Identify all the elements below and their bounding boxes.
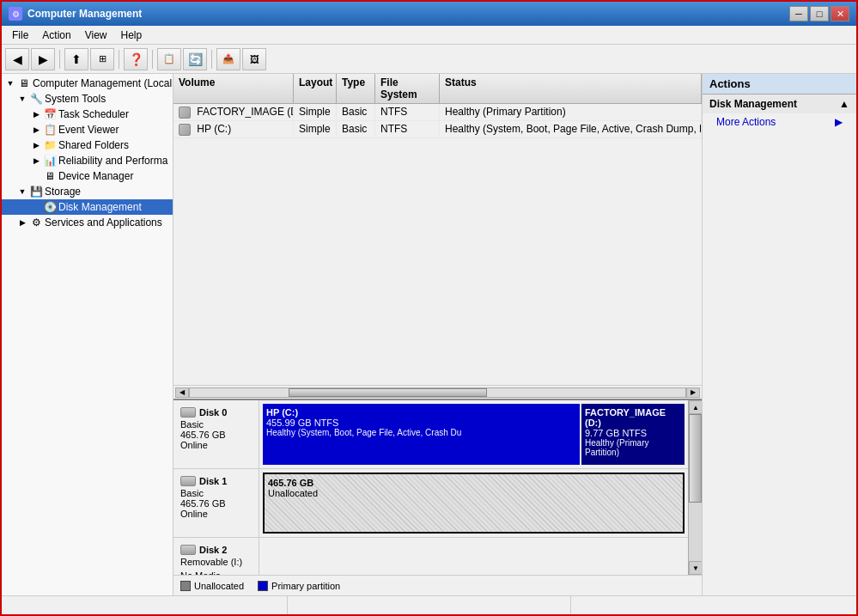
- task-scheduler-icon: 📅: [43, 107, 57, 121]
- collapse-icon: ▲: [839, 98, 849, 110]
- table-row[interactable]: FACTORY_IMAGE (D:) Simple Basic NTFS Hea…: [173, 104, 702, 121]
- system-tools-icon: 🔧: [29, 92, 43, 106]
- cell-status: Healthy (System, Boot, Page File, Active…: [440, 121, 702, 137]
- col-type[interactable]: Type: [337, 74, 375, 103]
- partition-factory-d[interactable]: FACTORY_IMAGE (D:) 9.77 GB NTFS Healthy …: [581, 404, 685, 465]
- status-bar: [2, 595, 856, 614]
- show-hide-button[interactable]: ⊞: [90, 48, 114, 70]
- sidebar: ▼ 🖥 Computer Management (Local ▼ 🔧 Syste…: [2, 74, 173, 595]
- maximize-button[interactable]: □: [810, 6, 829, 21]
- more-actions-link[interactable]: More Actions ▶: [703, 113, 856, 131]
- disk2-name: Disk 2: [180, 545, 252, 555]
- up-button[interactable]: ⬆: [64, 48, 88, 70]
- sidebar-item-device-manager[interactable]: ▶ 🖥 Device Manager: [2, 168, 173, 184]
- expand-icon[interactable]: ▶: [29, 138, 43, 152]
- shared-folders-icon: 📁: [43, 138, 57, 152]
- menu-view[interactable]: View: [78, 27, 114, 43]
- disk1-title: Disk 1: [199, 476, 227, 486]
- col-status[interactable]: Status: [440, 74, 702, 103]
- window-controls: ─ □ ✕: [789, 6, 849, 21]
- view-button[interactable]: 🖼: [242, 48, 266, 70]
- disk-area-scrollbar[interactable]: ▲ ▼: [688, 400, 702, 575]
- sidebar-item-system-tools[interactable]: ▼ 🔧 System Tools: [2, 91, 173, 107]
- disk-scroll-up-button[interactable]: ▲: [689, 400, 702, 414]
- disk-row-disk2: Disk 2 Removable (I:) No Media: [173, 538, 688, 575]
- expand-icon[interactable]: ▼: [3, 76, 17, 90]
- sidebar-item-services-apps[interactable]: ▶ ⚙ Services and Applications: [2, 215, 173, 230]
- cell-filesystem: NTFS: [375, 104, 440, 120]
- actions-title: Actions: [703, 74, 856, 95]
- sidebar-item-event-viewer[interactable]: ▶ 📋 Event Viewer: [2, 122, 173, 137]
- expand-icon[interactable]: ▶: [15, 216, 29, 229]
- table-scrollbar[interactable]: ◀ ▶: [173, 385, 702, 399]
- properties-button[interactable]: 📋: [157, 48, 181, 70]
- forward-button[interactable]: ▶: [31, 48, 55, 70]
- back-button[interactable]: ◀: [5, 48, 29, 70]
- disk2-type: Removable (I:): [180, 557, 252, 567]
- sidebar-item-shared-folders[interactable]: ▶ 📁 Shared Folders: [2, 137, 173, 153]
- menu-file[interactable]: File: [5, 27, 35, 43]
- cell-filesystem: NTFS: [375, 121, 440, 137]
- col-layout[interactable]: Layout: [294, 74, 337, 103]
- sidebar-label-shared-folders: Shared Folders: [58, 139, 129, 151]
- refresh-button[interactable]: 🔄: [183, 48, 207, 70]
- disk0-type: Basic: [180, 419, 252, 430]
- sidebar-item-task-scheduler[interactable]: ▶ 📅 Task Scheduler: [2, 107, 173, 122]
- status-pane-2: [288, 596, 570, 614]
- sidebar-item-reliability[interactable]: ▶ 📊 Reliability and Performa: [2, 153, 173, 168]
- partition-disk1-unalloc[interactable]: 465.76 GB Unallocated: [263, 473, 685, 534]
- disk0-partitions: HP (C:) 455.99 GB NTFS Healthy (System, …: [259, 400, 688, 468]
- sidebar-item-computer-management[interactable]: ▼ 🖥 Computer Management (Local: [2, 76, 173, 91]
- disk0-size: 465.76 GB: [180, 430, 252, 440]
- actions-disk-management-section[interactable]: Disk Management ▲: [703, 95, 856, 113]
- disk0-label: Disk 0 Basic 465.76 GB Online: [173, 400, 259, 468]
- disk-scroll-track[interactable]: [689, 414, 702, 561]
- scrollbar-thumb[interactable]: [289, 388, 487, 397]
- sidebar-label-computer-management: Computer Management (Local: [33, 77, 172, 89]
- col-filesystem[interactable]: File System: [375, 74, 440, 103]
- volume-table-pane: Volume Layout Type File System Status FA…: [173, 74, 702, 400]
- hp-partition-name: HP (C:): [266, 407, 576, 418]
- legend-bar: Unallocated Primary partition: [173, 575, 702, 595]
- export-button[interactable]: 📤: [216, 48, 240, 70]
- expand-icon[interactable]: ▼: [15, 185, 29, 198]
- scroll-left-button[interactable]: ◀: [175, 387, 189, 398]
- reliability-icon: 📊: [43, 154, 57, 168]
- minimize-button[interactable]: ─: [789, 6, 808, 21]
- table-row[interactable]: HP (C:) Simple Basic NTFS Healthy (Syste…: [173, 121, 702, 138]
- disk-area: Disk 0 Basic 465.76 GB Online HP (C:) 45…: [173, 400, 702, 575]
- hp-partition-status: Healthy (System, Boot, Page File, Active…: [266, 428, 576, 437]
- disk-row-disk0: Disk 0 Basic 465.76 GB Online HP (C:) 45…: [173, 400, 688, 469]
- toolbar-separator-4: [211, 50, 212, 69]
- status-pane-1: [5, 596, 288, 614]
- disk-scroll-down-button[interactable]: ▼: [689, 561, 702, 575]
- sidebar-item-disk-management[interactable]: ▶ 💽 Disk Management: [2, 199, 173, 215]
- disk2-cylinder-icon: [180, 545, 196, 555]
- expand-icon[interactable]: ▶: [29, 107, 43, 121]
- cell-type: Basic: [337, 104, 375, 120]
- factory-partition-size: 9.77 GB NTFS: [585, 428, 681, 438]
- col-volume[interactable]: Volume: [173, 74, 294, 103]
- close-button[interactable]: ✕: [831, 6, 849, 21]
- event-viewer-icon: 📋: [43, 123, 57, 137]
- help-button[interactable]: ❓: [124, 48, 148, 70]
- legend-primary-box: [258, 581, 268, 591]
- menu-help[interactable]: Help: [114, 27, 149, 43]
- scroll-right-button[interactable]: ▶: [686, 387, 700, 398]
- expand-icon[interactable]: ▶: [29, 123, 43, 137]
- volume-name: FACTORY_IMAGE (D:): [197, 106, 294, 118]
- disk1-cylinder-icon: [180, 476, 196, 486]
- toolbar-separator-2: [119, 50, 119, 69]
- menu-action[interactable]: Action: [35, 27, 77, 43]
- expand-icon[interactable]: ▶: [29, 154, 43, 168]
- sidebar-label-storage: Storage: [45, 186, 81, 198]
- toolbar-separator-1: [59, 50, 60, 69]
- title-bar: ⚙ Computer Management ─ □ ✕: [2, 2, 856, 26]
- sidebar-item-storage[interactable]: ▼ 💾 Storage: [2, 184, 173, 199]
- expand-icon[interactable]: ▼: [15, 92, 29, 106]
- scrollbar-track[interactable]: [189, 387, 686, 398]
- sidebar-label-disk-management: Disk Management: [58, 201, 142, 213]
- disk-scroll-thumb[interactable]: [689, 414, 702, 503]
- partition-hp-c[interactable]: HP (C:) 455.99 GB NTFS Healthy (System, …: [263, 404, 580, 465]
- more-actions-label: More Actions: [716, 116, 776, 128]
